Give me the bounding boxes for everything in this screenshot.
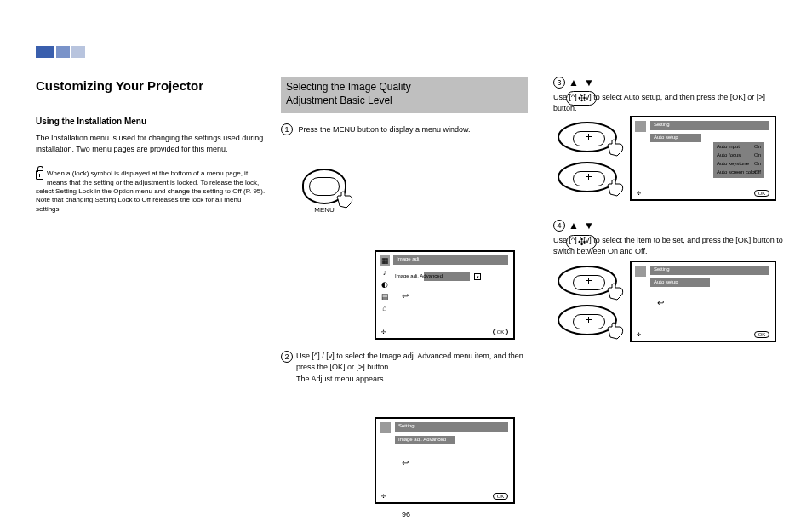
lock-icon [36,170,43,180]
step1-banner-line1: Selecting the Image Quality [286,81,523,95]
osd3-title: Setting [654,122,670,127]
osd1-row: Image adj. Advanced [395,273,443,278]
return-icon: ↩ [657,298,664,307]
hand-pointer-icon [605,322,629,342]
remote-nav-illustration-4a [558,266,617,296]
step2-circle: 2 [281,351,293,363]
page-subtitle: Using the Installation Menu [36,117,266,126]
remote-nav-illustration-3a [558,122,617,152]
osd3-row1: Auto setup [654,135,678,140]
osd4-tab-icon [635,266,646,277]
page-number: 96 [402,510,410,518]
osd1-side-icon-1: ▦ [380,255,390,266]
osd4-footer: ✣OK [637,331,769,338]
osd4-title: Setting [654,266,670,272]
osd-menu-1: ▦ ♪ ◐ ▤ ⌂ Image adj. Image adj. Advanced… [375,250,515,340]
arrow-up-icon: ▲ [569,220,579,232]
hand-pointer-icon [605,283,629,303]
arrow-down-icon: ▼ [584,77,594,89]
step3-circle: 3 [553,77,565,89]
pill-button-3: ✣ [566,91,597,106]
osd1-footer: ✣OK [381,329,508,335]
osd3-footer: ✣OK [637,190,769,197]
step4-circle: 4 [553,220,565,232]
osd3-row4-val: On [754,161,761,166]
osd3-row2-val: On [754,144,761,149]
osd1-title: Image adj. [397,256,420,261]
osd-menu-4: Setting Auto setup ↩ ✣OK [630,261,776,342]
osd2-tab-icon [380,422,391,433]
menu-button-illustration [302,169,346,204]
osd2-ok-pill: OK [493,493,508,500]
osd1-side-icon-2: ♪ [380,267,390,278]
osd2-title: Setting [398,423,415,428]
arrow-down-icon: ▼ [584,220,594,232]
osd3-row5-val: Off [754,169,761,175]
hand-pointer-icon [605,179,629,199]
osd3-ok-pill: OK [754,190,769,197]
remote-nav-illustration-4b [558,305,617,335]
osd1-side-icon-4: ▤ [380,291,390,301]
arrow-up-icon: ▲ [569,77,579,89]
osd3-row5: Auto screen color [717,169,757,175]
osd1-dropdown-icon: ▾ [474,273,481,280]
osd2-footer: ✣OK [381,493,508,500]
step1-circle: 1 [281,123,293,135]
osd4-ok-pill: OK [754,331,769,338]
osd2-row1: Image adj. Advanced [398,437,446,442]
page-title: Customizing Your Projector [36,78,266,93]
osd3-row3-val: On [754,152,761,158]
accent-bars [36,46,85,58]
hand-pointer-icon [605,139,629,159]
osd1-ok-pill: OK [493,329,508,335]
osd1-side-icon-5: ⌂ [380,303,390,313]
osd1-side-icon-3: ◐ [380,279,390,289]
osd-menu-2: Setting Image adj. Advanced ↩ ✣OK [375,417,515,504]
intro-text: The Installation menu is used for changi… [36,133,266,154]
osd3-row3: Auto focus [717,152,741,158]
osd3-tab-icon [635,121,646,132]
step1-banner-line2: Adjustment Basic Level [286,95,523,108]
pill-button-4: ✣ [566,235,597,249]
hand-pointer-icon [335,191,358,211]
osd4-row1: Auto setup [654,279,678,284]
step2-text-b: The Adjust menu appears. [296,374,528,385]
lock-notice-text: When a (lock) symbol is displayed at the… [36,169,265,213]
return-icon: ↩ [402,291,409,301]
step1-banner: Selecting the Image Quality Adjustment B… [281,77,528,113]
osd-menu-3: Setting Auto setup Auto input On Auto fo… [630,116,776,201]
return-icon: ↩ [402,458,409,467]
step2-text: Use [^] / [v] to select the Image adj. A… [281,351,528,372]
remote-nav-illustration-3b [558,162,617,192]
osd3-row4: Auto keystone [717,161,749,166]
osd3-row2: Auto input [717,144,740,149]
step1-text: Press the MENU button to display a menu … [299,125,471,134]
